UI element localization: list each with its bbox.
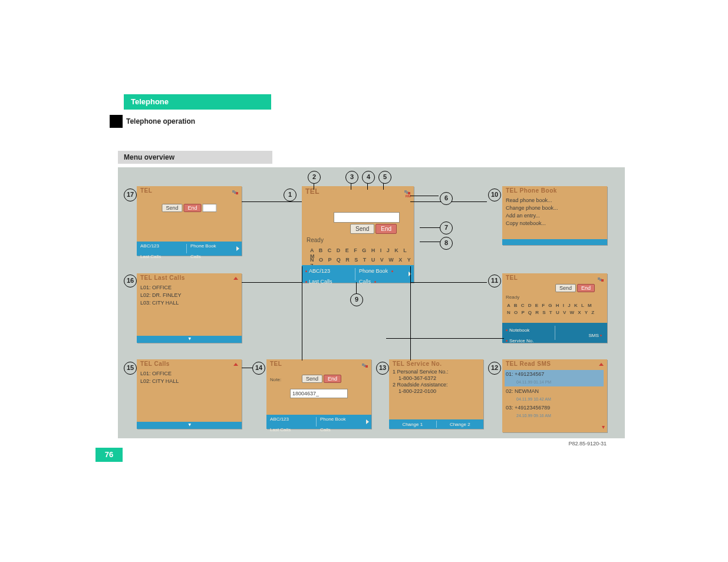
callout-9: 9	[350, 293, 363, 306]
list-item[interactable]: Add an entry...	[506, 212, 558, 220]
callout-10: 10	[488, 189, 501, 201]
sms-row[interactable]: 03: +49123456789 24.10.99 09.16 AM	[506, 404, 604, 419]
list-item[interactable]: L01: OFFICE	[140, 370, 179, 378]
end-button[interactable]: End	[375, 224, 397, 234]
sms-row[interactable]: 02: NEWMAN 04.11.99 10.42 AM	[506, 388, 604, 403]
chevron-down-icon[interactable]: ▾	[602, 424, 605, 430]
sms-main: 02: NEWMAN	[506, 388, 604, 395]
callout-15: 15	[124, 362, 137, 375]
alpha-row-1[interactable]: A B C D E F G H I J K L M	[507, 303, 593, 308]
sms-list: 01: +491234567 04.11.99 01.14 PM 02: NEW…	[506, 370, 604, 421]
list-item[interactable]: L03: CITY HALL	[140, 299, 182, 307]
header-subtab: Telephone operation	[110, 115, 195, 128]
list-item[interactable]: L01: OFFICE	[140, 284, 182, 292]
tile-footer: Change 1 Change 2	[389, 419, 483, 429]
footer-phone-book: Phone Book	[190, 243, 216, 249]
callout-3: 3	[345, 171, 358, 184]
chevron-up-icon[interactable]	[599, 363, 604, 366]
end-button[interactable]: End	[184, 204, 202, 212]
list-item[interactable]: Read phone book...	[506, 197, 558, 204]
note-label: Note:	[270, 377, 281, 382]
sms-timestamp: 24.10.99 09.16 AM	[516, 412, 604, 419]
tile-title: TEL	[506, 275, 518, 281]
bullet-icon	[391, 270, 393, 272]
tile-title: TEL	[305, 187, 319, 196]
chevron-down-icon[interactable]: ▴	[188, 336, 191, 342]
signal-icon	[594, 275, 604, 282]
chevron-up-icon[interactable]	[233, 277, 238, 280]
tile-17-tel-basic: TEL Send End ABC/123 Last Calls Phone Bo…	[137, 186, 242, 256]
footer-right[interactable]: SMS	[555, 328, 608, 338]
chevron-down-icon[interactable]: ▴	[188, 422, 191, 428]
send-end-row: Send End	[555, 284, 595, 292]
tile-title: TEL Calls	[140, 361, 170, 367]
tile-footer: ▴	[137, 336, 242, 343]
list-item[interactable]: L02: CITY HALL	[140, 378, 179, 385]
callout-1: 1	[284, 189, 297, 201]
tile-footer	[502, 239, 607, 245]
status-ready: Ready	[307, 237, 324, 243]
end-button[interactable]: End	[577, 284, 595, 292]
service-row[interactable]: 2 Roadside Assistance: 1-800-222-0100	[393, 382, 449, 395]
service-row[interactable]: 1 Personal Service No.: 1-800-367-6372	[393, 369, 449, 382]
send-button[interactable]: Send	[162, 204, 182, 212]
list-item[interactable]: Copy notebook...	[506, 220, 558, 227]
callout-17: 17	[124, 189, 137, 201]
callout-11: 11	[488, 275, 501, 287]
footer-right[interactable]: Phone Book Calls	[355, 263, 409, 285]
signal-icon	[358, 361, 368, 368]
chevron-up-icon[interactable]	[233, 363, 238, 366]
list-item[interactable]: Change phone book...	[506, 204, 558, 212]
send-button[interactable]: Send	[350, 224, 374, 234]
tile-footer: Notebook Service No. SMS	[502, 323, 607, 343]
bullet-icon	[506, 329, 508, 331]
footer-calls: Calls	[320, 427, 331, 432]
tile-13-service-no: TEL Service No. 1 Personal Service No.: …	[389, 359, 483, 429]
tile-15-calls: TEL Calls L01: OFFICE L02: CITY HALL ▴	[137, 359, 242, 429]
send-button[interactable]: Send	[555, 284, 576, 292]
tile-12-read-sms: TEL Read SMS 01: +491234567 04.11.99 01.…	[502, 359, 607, 432]
service-label: 1 Personal Service No.:	[393, 369, 449, 375]
bullet-icon	[305, 281, 307, 283]
alpha-row-2[interactable]: N O P Q R S T U V W X Y Z	[507, 310, 595, 315]
connector-line	[410, 266, 411, 361]
footer-left[interactable]: Notebook Service No.	[502, 322, 555, 343]
footer-sms: SMS	[588, 333, 598, 338]
footer-calls: Calls	[190, 254, 201, 259]
tile-1-tel-main: TEL RM Send End Ready A B C D E F G H I …	[302, 186, 414, 283]
page-root: Telephone Telephone operation Menu overv…	[0, 0, 728, 562]
tile-14-tel-note: TEL Note: Send End 18004637_ ABC/123 Las…	[266, 359, 371, 429]
calls-list: L01: OFFICE L02: CITY HALL	[140, 370, 179, 385]
tile-11-tel-extended: TEL Send End Ready A B C D E F G H I J K…	[502, 273, 607, 343]
connector-line	[242, 201, 302, 202]
tile-footer: ABC/123 Last Calls Phone Book Calls	[137, 242, 242, 256]
number-input[interactable]	[334, 212, 400, 223]
bullet-icon	[600, 335, 602, 336]
send-button[interactable]: Send	[302, 375, 322, 383]
connector-line	[302, 266, 302, 361]
footer-change-2[interactable]: Change 2	[437, 422, 484, 427]
callout-16: 16	[124, 275, 137, 287]
sms-row-selected[interactable]: 01: +491234567 04.11.99 01.14 PM	[505, 370, 604, 386]
diagram-area: 2 3 4 5 1 6 7 8 9 10 11 17 16 15 14 13 1…	[118, 167, 625, 438]
footer-right[interactable]: Phone Book Calls	[317, 411, 366, 432]
number-input-slot[interactable]	[203, 204, 217, 212]
footer-service-no: Service No.	[509, 338, 533, 343]
service-no-list: 1 Personal Service No.: 1-800-367-6372 2…	[393, 369, 449, 395]
end-button[interactable]: End	[324, 375, 341, 383]
phone-book-list: Read phone book... Change phone book... …	[506, 197, 558, 227]
footer-left[interactable]: ABC/123 Last Calls	[302, 263, 355, 285]
tile-title: TEL	[270, 361, 282, 367]
footer-left[interactable]: ABC/123 Last Calls	[137, 238, 186, 259]
list-item[interactable]: L02: DR. FINLEY	[140, 292, 182, 299]
number-input[interactable]: 18004637_	[290, 389, 348, 398]
footer-change-1[interactable]: Change 1	[389, 422, 436, 427]
footer-left[interactable]: ABC/123 Last Calls	[266, 411, 316, 432]
section-title: Menu overview	[118, 151, 272, 164]
tile-10-phone-book: TEL Phone Book Read phone book... Change…	[502, 186, 607, 245]
footer-right[interactable]: Phone Book Calls	[187, 238, 236, 259]
last-calls-list: L01: OFFICE L02: DR. FINLEY L03: CITY HA…	[140, 284, 182, 307]
signal-icon	[229, 188, 238, 195]
tile-title: TEL	[140, 187, 152, 194]
connector-line	[242, 368, 253, 368]
